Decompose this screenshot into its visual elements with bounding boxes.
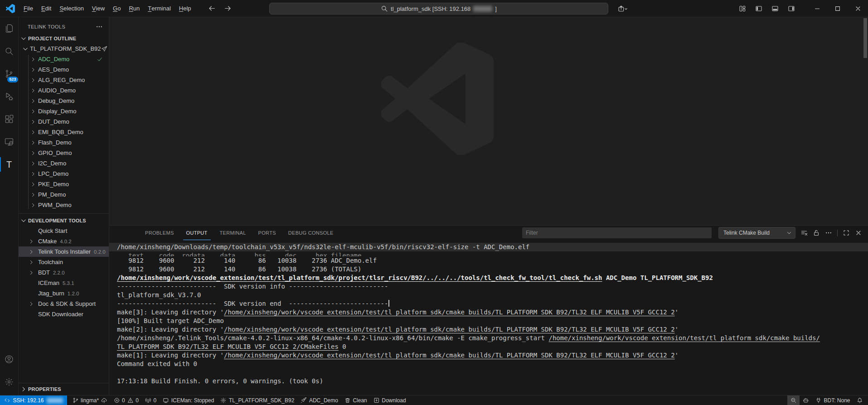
- panel-tab-output[interactable]: OUTPUT: [183, 226, 211, 240]
- menu-file[interactable]: File: [19, 0, 37, 17]
- toggle-secondary-sidebar-icon[interactable]: [788, 5, 795, 12]
- dev-tool-label: Jtag_burn: [38, 290, 64, 297]
- dev-tool-toolchain[interactable]: Toolchain: [19, 257, 109, 267]
- close-panel-icon[interactable]: [855, 229, 862, 236]
- activity-item-settings[interactable]: [0, 371, 19, 393]
- tree-item-PM_Demo[interactable]: PM_Demo: [19, 189, 109, 200]
- output-link[interactable]: /home/xinsheng/work/vscode_extension/tes…: [224, 309, 675, 316]
- toggle-primary-sidebar-icon[interactable]: [755, 5, 762, 12]
- status-item-active-demo[interactable]: ADC_Demo: [297, 395, 341, 405]
- activity-item-telink-tools[interactable]: T: [0, 153, 19, 176]
- more-actions-icon[interactable]: [96, 23, 103, 30]
- dev-tool-sdk-downloader[interactable]: SDK Downloader: [19, 309, 109, 319]
- status-item-iceman[interactable]: ICEMan: Stopped: [160, 395, 217, 405]
- tree-root-tl-platform-sdk-b92[interactable]: TL_PLATFORM_SDK_B92: [19, 43, 109, 54]
- output-line: -------------------------- SDK version e…: [117, 299, 868, 308]
- go-back-icon[interactable]: [208, 5, 216, 12]
- customize-layout-icon[interactable]: [739, 5, 746, 12]
- panel-tab-problems[interactable]: PROBLEMS: [142, 226, 177, 240]
- status-item-problems[interactable]: 00: [111, 395, 142, 405]
- menu-view[interactable]: View: [88, 0, 109, 17]
- output-text: tl_platform_sdk_V3.7.0: [117, 291, 201, 299]
- status-item-clean[interactable]: Clean: [341, 395, 370, 405]
- menu-terminal[interactable]: Terminal: [144, 0, 175, 17]
- output-link[interactable]: /home/xinsheng/work/vscode_extension/tes…: [548, 334, 820, 342]
- activity-item-extensions[interactable]: [0, 108, 19, 130]
- chevron-right-icon: [28, 238, 34, 245]
- dev-tool-doc-sdk-support[interactable]: Doc & SDK & Support: [19, 299, 109, 309]
- dev-tool-label: ICEman: [38, 280, 59, 286]
- status-item-active-project[interactable]: TL_PLATFORM_SDK_B92: [217, 395, 297, 405]
- maximize-button[interactable]: [827, 0, 848, 17]
- panel-tab-ports[interactable]: PORTS: [255, 226, 279, 240]
- dev-tool-jtag-burn[interactable]: Jtag_burn1.2.0: [19, 288, 109, 299]
- close-button[interactable]: [848, 0, 868, 17]
- development-tools-header[interactable]: DEVELOPMENT TOOLS: [19, 215, 109, 226]
- status-item-ports[interactable]: 0: [142, 395, 160, 405]
- tree-item-I2C_Demo[interactable]: I2C_Demo: [19, 158, 109, 169]
- tree-item-GPIO_Demo[interactable]: GPIO_Demo: [19, 148, 109, 158]
- activity-item-search[interactable]: [0, 40, 19, 63]
- activity-item-source-control[interactable]: 523: [0, 63, 19, 85]
- status-item-bdt[interactable]: BDT: None: [812, 395, 853, 405]
- toggle-panel-icon[interactable]: [771, 5, 779, 12]
- output-channel-select[interactable]: Telink CMake Build: [718, 227, 795, 239]
- tree-item-Debug_Demo[interactable]: Debug_Demo: [19, 96, 109, 106]
- status-item-git-branch[interactable]: lingma*: [69, 395, 111, 405]
- panel-tab-debug-console[interactable]: DEBUG CONSOLE: [285, 226, 337, 240]
- menu-run[interactable]: Run: [125, 0, 144, 17]
- output-link[interactable]: /home/xinsheng/work/vscode_extension/tes…: [117, 274, 602, 281]
- tree-item-ADC_Demo[interactable]: ADC_Demo: [19, 54, 109, 64]
- editor-scrollbar[interactable]: [863, 18, 867, 58]
- tree-item-DUT_Demo[interactable]: DUT_Demo: [19, 116, 109, 127]
- vm-icon: [163, 397, 169, 404]
- tree-item-EMI_BQB_Demo[interactable]: EMI_BQB_Demo: [19, 127, 109, 137]
- status-item-zoom[interactable]: [787, 395, 800, 405]
- menu-edit[interactable]: Edit: [37, 0, 55, 17]
- go-forward-icon[interactable]: [224, 5, 232, 12]
- tree-item-Display_Demo[interactable]: Display_Demo: [19, 106, 109, 116]
- tree-item-ALG_REG_Demo[interactable]: ALG_REG_Demo: [19, 75, 109, 85]
- status-item-download[interactable]: Download: [370, 395, 409, 405]
- status-item-label: ICEMan: Stopped: [171, 397, 214, 404]
- activity-item-run-debug[interactable]: [0, 85, 19, 108]
- tree-item-PWM_Demo[interactable]: PWM_Demo: [19, 200, 109, 210]
- flash-all-icon[interactable]: [101, 46, 107, 52]
- tree-item-LPC_Demo[interactable]: LPC_Demo: [19, 169, 109, 179]
- dev-tool-quick-start[interactable]: Quick Start: [19, 226, 109, 236]
- output-filter-input[interactable]: [522, 227, 712, 238]
- remote-indicator[interactable]: SSH: 192.16: [0, 395, 67, 405]
- activity-item-explorer[interactable]: [0, 17, 19, 40]
- panel-tab-terminal[interactable]: TERMINAL: [217, 226, 249, 240]
- clear-output-icon[interactable]: [800, 229, 808, 236]
- tree-item-AUDIO_Demo[interactable]: AUDIO_Demo: [19, 85, 109, 96]
- vscode-watermark-logo: [381, 43, 494, 155]
- tree-item-AES_Demo[interactable]: AES_Demo: [19, 64, 109, 75]
- output-link[interactable]: /home/xinsheng/work/vscode_extension/tes…: [224, 352, 675, 359]
- maximize-panel-icon[interactable]: [843, 229, 850, 236]
- status-item-feedback[interactable]: [800, 395, 812, 405]
- output-link[interactable]: /home/xinsheng/work/vscode_extension/tes…: [224, 326, 675, 333]
- menu-selection[interactable]: Selection: [55, 0, 87, 17]
- menu-go[interactable]: Go: [109, 0, 125, 17]
- publish-menu-icon[interactable]: [617, 0, 628, 17]
- tree-item-Flash_Demo[interactable]: Flash_Demo: [19, 137, 109, 148]
- dev-tool-bdt[interactable]: BDT2.2.0: [19, 267, 109, 278]
- section-properties[interactable]: PROPERTIES: [19, 383, 109, 395]
- unlock-scroll-icon[interactable]: [813, 229, 820, 236]
- command-center-search[interactable]: tl_platform_sdk [SSH: 192.168 ]: [269, 3, 608, 14]
- sidebar-title: TELINK TOOLS: [19, 20, 109, 33]
- tree-item-PKE_Demo[interactable]: PKE_Demo: [19, 179, 109, 189]
- section-project-outline[interactable]: PROJECT OUTLINE: [19, 33, 109, 43]
- activity-item-accounts[interactable]: [0, 348, 19, 371]
- status-item-notifications[interactable]: [853, 395, 866, 405]
- menu-help[interactable]: Help: [175, 0, 195, 17]
- dev-tool-telink-tools-installer[interactable]: Telink Tools Installer0.2.0: [19, 246, 109, 257]
- dev-tool-cmake[interactable]: CMake4.0.2: [19, 236, 109, 246]
- minimize-button[interactable]: [807, 0, 827, 17]
- dev-tool-iceman[interactable]: ICEman5.3.1: [19, 278, 109, 288]
- rocket-icon: [301, 397, 307, 404]
- more-actions-icon[interactable]: [825, 229, 832, 236]
- activity-item-remote-explorer[interactable]: [0, 130, 19, 153]
- output-link[interactable]: TL_PLATFORM_SDK_B92/TL32_ELF_MCULIB_V5F_…: [117, 343, 339, 350]
